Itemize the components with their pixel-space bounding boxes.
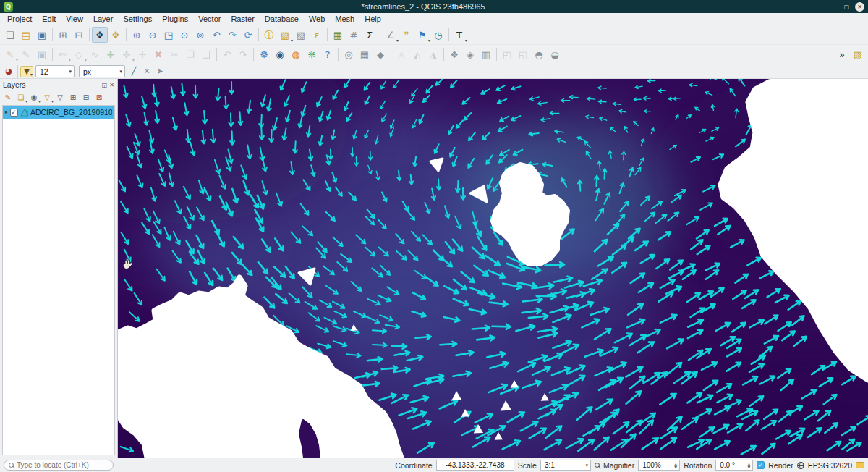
- float-panel-button[interactable]: ◱: [102, 82, 108, 88]
- temporal-controller-button[interactable]: ◷: [430, 27, 446, 43]
- deselect-features-button[interactable]: ▧: [293, 27, 309, 43]
- expander-icon[interactable]: [5, 109, 8, 115]
- units-combo[interactable]: px: [79, 65, 125, 77]
- map-canvas[interactable]: [118, 79, 868, 458]
- add-group-button[interactable]: ❏▾: [14, 91, 27, 104]
- zoom-to-selection-button[interactable]: ⊙: [176, 27, 192, 43]
- menu-layer[interactable]: Layer: [88, 14, 119, 24]
- font-size-combo[interactable]: 12: [35, 65, 75, 77]
- zoom-next-button[interactable]: ↷: [224, 27, 240, 43]
- select-by-expression-button[interactable]: ε: [309, 27, 325, 43]
- current-annotation-style-button[interactable]: ▼▾: [20, 66, 33, 77]
- digitize-shape-button: ◇▾: [71, 46, 87, 62]
- expand-all-button[interactable]: ⊞: [67, 91, 80, 104]
- scale-combo[interactable]: 3:1: [540, 460, 591, 471]
- spinner-arrows-icon[interactable]: [747, 463, 750, 468]
- annotation-delete-button[interactable]: ✕: [140, 66, 153, 77]
- open-layer-styling-icon: ✎: [5, 94, 11, 101]
- new-project-button[interactable]: ❏: [2, 27, 18, 43]
- filter-legend-button[interactable]: ▽▾: [41, 91, 54, 104]
- vertex-tool-button: ✜▾: [119, 46, 135, 62]
- field-calculator-button[interactable]: #: [346, 27, 362, 43]
- manage-map-themes-button[interactable]: ◉▾: [27, 91, 41, 104]
- spinner-arrows-icon[interactable]: [674, 463, 677, 468]
- georeferencer-button[interactable]: ◎: [341, 46, 357, 62]
- layer-label: ADCIRC_BG_20190910_1t: [30, 108, 112, 117]
- menu-vector[interactable]: Vector: [193, 14, 226, 24]
- new-bookmark-button[interactable]: ⚑▾: [414, 27, 430, 43]
- db-manager-button[interactable]: ▥: [478, 46, 494, 62]
- magnifier-spinbox[interactable]: 100%: [638, 460, 680, 471]
- new-print-layout-button[interactable]: ⊞: [55, 27, 71, 43]
- modify-attributes-button: ✛: [135, 46, 150, 62]
- menu-view[interactable]: View: [61, 14, 88, 24]
- locate-input[interactable]: [17, 461, 109, 469]
- mesh-selection-button: ◮: [425, 46, 441, 62]
- select-features-button[interactable]: ▧▾: [277, 27, 293, 43]
- pan-to-selection-button[interactable]: ✥: [108, 27, 124, 43]
- collapse-all-button[interactable]: ⊟: [80, 91, 93, 104]
- identify-features-button[interactable]: ⓘ: [261, 27, 277, 43]
- menu-settings[interactable]: Settings: [118, 14, 157, 24]
- new-bookmark-icon: ⚑: [418, 30, 427, 40]
- maximize-button[interactable]: ▢: [842, 2, 851, 12]
- remove-layer-button[interactable]: ⊠: [93, 91, 106, 104]
- python-console-button[interactable]: ◉: [272, 46, 288, 62]
- menu-help[interactable]: Help: [359, 14, 386, 24]
- refresh-button[interactable]: ⟳: [240, 27, 256, 43]
- menu-web[interactable]: Web: [304, 14, 330, 24]
- open-layer-styling-button[interactable]: ✎: [1, 91, 14, 104]
- render-checkbox[interactable]: [757, 461, 765, 469]
- map-themes-button[interactable]: ◓: [531, 46, 547, 62]
- osm-search-button[interactable]: ◍: [288, 46, 304, 62]
- annotations-toolbar-button[interactable]: ◕: [2, 66, 15, 77]
- gps-toolbar-button[interactable]: ◒: [547, 46, 563, 62]
- menu-plugins[interactable]: Plugins: [157, 14, 193, 24]
- messages-icon[interactable]: [856, 462, 864, 468]
- close-panel-button[interactable]: ✕: [109, 82, 114, 88]
- layer-item[interactable]: ADCIRC_BG_20190910_1t: [3, 106, 114, 119]
- layout-manager-button[interactable]: ⊟: [71, 27, 87, 43]
- rotation-spinbox[interactable]: 0.0 °: [715, 460, 753, 471]
- map-tips-icon: ❞: [404, 30, 409, 40]
- digitize-with-segment-button: ✏▾: [55, 46, 71, 62]
- minimize-button[interactable]: –: [829, 2, 838, 12]
- raster-tools-button[interactable]: ▦: [357, 46, 373, 62]
- crs-indicator[interactable]: EPSG:32620: [808, 461, 852, 470]
- open-attribute-table-button[interactable]: ▦: [330, 27, 346, 43]
- open-project-button[interactable]: ▤: [18, 27, 34, 43]
- zoom-out-button[interactable]: ⊖: [145, 27, 161, 43]
- statistical-summary-button[interactable]: Σ: [362, 27, 378, 43]
- close-button[interactable]: ✕: [855, 2, 864, 12]
- web-tools-button[interactable]: ❖: [446, 46, 462, 62]
- zoom-last-button[interactable]: ↶: [208, 27, 224, 43]
- menu-project[interactable]: Project: [2, 14, 37, 24]
- annotation-line-tool-button[interactable]: ╱: [127, 66, 140, 77]
- zoom-to-layer-icon: ⊚: [197, 30, 205, 40]
- text-annotation-button[interactable]: T▾: [451, 27, 467, 43]
- measure-button[interactable]: ∠▾: [383, 27, 399, 43]
- menu-raster[interactable]: Raster: [226, 14, 259, 24]
- menu-mesh[interactable]: Mesh: [330, 14, 359, 24]
- menu-edit[interactable]: Edit: [37, 14, 61, 24]
- zoom-in-button[interactable]: ⊕: [129, 27, 145, 43]
- map-tips-button[interactable]: ❞: [399, 27, 414, 43]
- selection-extra-button[interactable]: ▧: [850, 46, 866, 62]
- coordinate-input[interactable]: [436, 460, 514, 471]
- plugin-manager-button[interactable]: ❊: [304, 46, 320, 62]
- layer-checkbox[interactable]: [10, 109, 18, 117]
- save-project-button[interactable]: ▣: [34, 27, 50, 43]
- menu-database[interactable]: Database: [260, 14, 304, 24]
- zoom-to-layer-button[interactable]: ⊚: [192, 27, 208, 43]
- toolbar-overflow-button[interactable]: »: [834, 46, 850, 62]
- annotation-move-button[interactable]: ➤: [153, 66, 166, 77]
- processing-toolbox-button[interactable]: ☸: [256, 46, 272, 62]
- pan-map-button[interactable]: ✥: [92, 27, 108, 43]
- locate-bar[interactable]: [4, 460, 114, 471]
- toolbar-separator: [443, 48, 444, 61]
- zoom-full-button[interactable]: ◳: [161, 27, 176, 43]
- vector-tools-button[interactable]: ◆: [373, 46, 388, 62]
- metasearch-button[interactable]: ◈: [462, 46, 478, 62]
- help-button[interactable]: ?: [320, 46, 336, 62]
- filter-by-expression-button[interactable]: ▽: [54, 91, 67, 104]
